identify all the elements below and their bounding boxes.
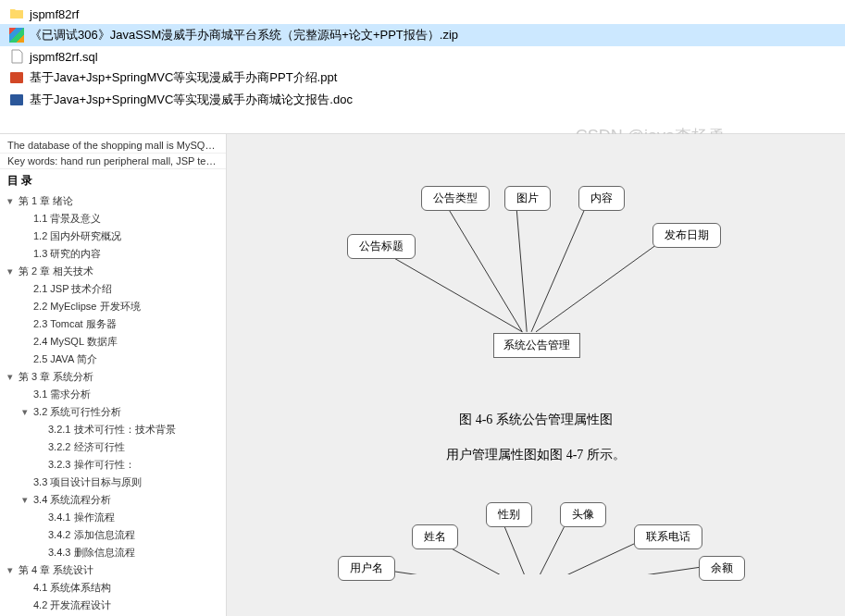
file-name: 基于Java+Jsp+SpringMVC等实现漫威手办商城论文报告.doc	[30, 92, 353, 108]
outline-item-label: 2.5 JAVA 简介	[33, 352, 97, 366]
svg-line-12	[531, 566, 706, 574]
collapse-icon[interactable]: ▾	[22, 406, 31, 418]
outline-item[interactable]: 1.1 背景及意义	[0, 210, 226, 228]
outline-item[interactable]: 1.2 国内外研究概况	[0, 228, 226, 245]
outline-item[interactable]: ▾第 3 章 系统分析	[0, 368, 226, 386]
attribute-diagram: 公告标题 公告类型 图片 内容 发布日期 系统公告管理	[245, 153, 826, 393]
outline-item-label: 2.2 MyEclipse 开发环境	[33, 300, 141, 314]
file-item[interactable]: jspmf82rf	[0, 4, 845, 24]
diagram-node: 性别	[486, 502, 532, 527]
outline-item[interactable]: 3.3 项目设计目标与原则	[0, 474, 226, 491]
file-item[interactable]: 基于Java+Jsp+SpringMVC等实现漫威手办商城论文报告.doc	[0, 89, 845, 111]
diagram-node: 发布日期	[652, 223, 721, 248]
file-name: jspmf82rf.sql	[30, 50, 98, 64]
outline-item-label: 3.4.1 操作流程	[48, 511, 115, 524]
file-item[interactable]: 基于Java+Jsp+SpringMVC等实现漫威手办商PPT介绍.ppt	[0, 67, 845, 89]
diagram-node: 内容	[578, 186, 625, 211]
outline-item[interactable]: ▾第 1 章 绪论	[0, 192, 226, 210]
outline-item[interactable]: 2.1 JSP 技术介绍	[0, 280, 226, 298]
outline-item[interactable]: ▾第 4 章 系统设计	[0, 561, 226, 579]
figure-caption: 图 4-6 系统公告管理属性图	[245, 412, 826, 428]
collapse-icon[interactable]: ▾	[7, 564, 17, 576]
file-item[interactable]: jspmf82rf.sql	[0, 46, 845, 67]
outline-item[interactable]: 3.4.2 添加信息流程	[0, 526, 226, 544]
outline-item-label: 1.2 国内外研究概况	[33, 229, 121, 243]
outline-item-label: 3.2.2 经济可行性	[48, 440, 125, 454]
doc-icon	[9, 92, 24, 107]
outline-item[interactable]: ▾第 2 章 相关技术	[0, 263, 226, 280]
outline-item-label: 第 3 章 系统分析	[19, 370, 93, 384]
svg-line-5	[531, 201, 589, 332]
outline-item[interactable]: 4.2 开发流程设计	[0, 597, 226, 614]
svg-rect-0	[10, 72, 23, 83]
collapse-icon[interactable]: ▾	[22, 494, 31, 506]
outline-item-label: 1.3 研究的内容	[33, 247, 101, 261]
outline-item[interactable]: 4.1 系统体系结构	[0, 579, 226, 597]
outline-item[interactable]: 3.4.3 删除信息流程	[0, 544, 226, 561]
outline-item[interactable]: 2.4 MySQL 数据库	[0, 333, 226, 351]
outline-item[interactable]: ▾3.4 系统流程分析	[0, 491, 226, 509]
attribute-diagram-2: 用户名 姓名 性别 头像 联系电话 余额	[245, 482, 826, 574]
outline-item-label: 3.4.2 添加信息流程	[48, 528, 135, 542]
diagram-center: 系统公告管理	[493, 333, 580, 358]
outline-item[interactable]: 1.3 研究的内容	[0, 245, 226, 263]
outline-item-label: 3.2.1 技术可行性：技术背景	[48, 423, 176, 437]
figure-text: 用户管理属性图如图 4-7 所示。	[245, 447, 826, 463]
outline-item-label: 4.1 系统体系结构	[33, 581, 111, 595]
diagram-node: 用户名	[338, 556, 395, 581]
collapse-icon[interactable]: ▾	[7, 195, 17, 207]
outline-item[interactable]: 3.2.1 技术可行性：技术背景	[0, 421, 226, 438]
outline-header-line: Key words: hand run peripheral mall, JSP…	[0, 154, 226, 169]
file-list: jspmf82rf 《已调试306》JavaSSM漫威手办商城平台系统（完整源码…	[0, 0, 845, 115]
outline-item-label: 3.3 项目设计目标与原则	[33, 475, 142, 489]
svg-line-6	[536, 235, 670, 332]
diagram-node: 姓名	[412, 524, 458, 549]
outline-item-label: 2.4 MySQL 数据库	[33, 335, 118, 349]
ppt-icon	[9, 70, 24, 85]
lower-section: The database of the shopping mall is MyS…	[0, 133, 845, 616]
outline-item[interactable]: 3.2.3 操作可行性：	[0, 456, 226, 474]
folder-icon	[9, 6, 24, 21]
outline-item-label: 3.2 系统可行性分析	[33, 405, 121, 419]
outline-item-label: 2.1 JSP 技术介绍	[33, 282, 112, 296]
file-name: jspmf82rf	[30, 7, 79, 21]
diagram-node: 图片	[504, 186, 551, 211]
diagram-node: 公告标题	[347, 234, 416, 259]
diagram-node: 联系电话	[634, 524, 702, 549]
outline-item-label: 3.4.3 删除信息流程	[48, 546, 135, 560]
diagram-node: 余额	[699, 556, 745, 581]
svg-line-3	[443, 201, 522, 332]
outline-item-label: 第 2 章 相关技术	[19, 265, 93, 278]
outline-item-label: 第 1 章 绪论	[19, 194, 73, 208]
outline-item-label: 3.4 系统流程分析	[33, 493, 111, 507]
outline-item[interactable]: 3.4.1 操作流程	[0, 509, 226, 526]
outline-item[interactable]: 2.5 JAVA 简介	[0, 351, 226, 368]
outline-item[interactable]: ▾3.2 系统可行性分析	[0, 403, 226, 421]
diagram-node: 公告类型	[421, 186, 490, 211]
collapse-icon[interactable]: ▾	[7, 371, 17, 383]
outline-item[interactable]: 3.1 需求分析	[0, 386, 226, 403]
outline-item-label: 3.1 需求分析	[33, 388, 91, 401]
file-name: 基于Java+Jsp+SpringMVC等实现漫威手办商PPT介绍.ppt	[30, 69, 337, 86]
collapse-icon[interactable]: ▾	[7, 265, 17, 277]
outline-item[interactable]: 3.2.2 经济可行性	[0, 438, 226, 456]
outline-panel: The database of the shopping mall is MyS…	[0, 134, 227, 616]
document-content: 公告标题 公告类型 图片 内容 发布日期 系统公告管理 图 4-6 系统公告管理…	[227, 134, 845, 616]
file-item[interactable]: 《已调试306》JavaSSM漫威手办商城平台系统（完整源码+论文+PPT报告）…	[0, 24, 845, 46]
outline-item[interactable]: 2.3 Tomcat 服务器	[0, 315, 226, 333]
svg-rect-1	[10, 94, 23, 105]
outline-item[interactable]: 2.2 MyEclipse 开发环境	[0, 298, 226, 315]
outline-item-label: 4.2 开发流程设计	[33, 598, 111, 612]
svg-line-4	[516, 201, 527, 332]
outline-header-line: The database of the shopping mall is MyS…	[0, 138, 226, 154]
outline-item-label: 1.1 背景及意义	[33, 212, 101, 226]
file-name: 《已调试306》JavaSSM漫威手办商城平台系统（完整源码+论文+PPT报告）…	[30, 27, 458, 43]
outline-item-label: 2.3 Tomcat 服务器	[33, 317, 117, 331]
outline-title: 目 录	[0, 169, 226, 192]
zip-icon	[9, 28, 24, 43]
diagram-node: 头像	[560, 502, 606, 527]
outline-item-label: 3.2.3 操作可行性：	[48, 458, 135, 472]
sql-icon	[9, 49, 24, 64]
outline-item-label: 第 4 章 系统设计	[19, 563, 93, 577]
